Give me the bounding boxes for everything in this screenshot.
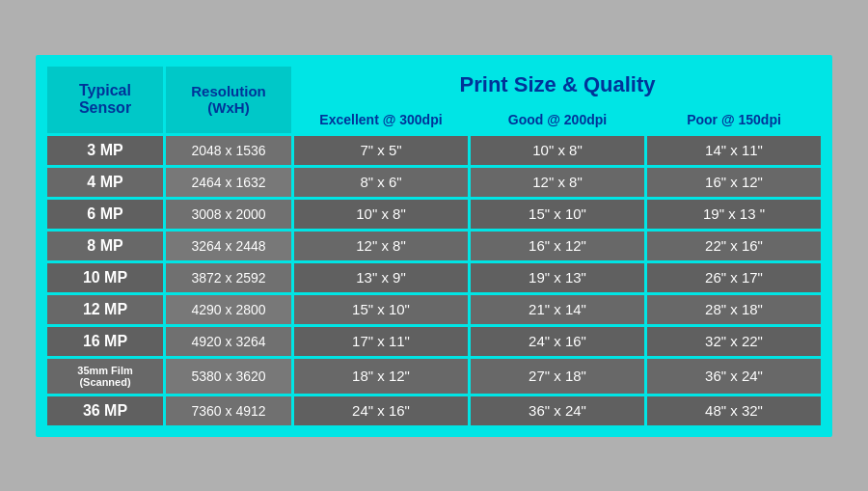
resolution-cell: 3264 x 2448	[166, 232, 291, 260]
excellent-header: Excellent @ 300dpi	[294, 106, 468, 133]
sensor-header: TypicalSensor	[47, 67, 163, 133]
poor-cell: 36" x 24"	[647, 359, 821, 394]
sensor-cell: 4 MP	[47, 168, 163, 197]
table-row: 8 MP3264 x 244812" x 8"16" x 12"22" x 16…	[47, 232, 821, 260]
print-quality-header: Print Size & Quality	[294, 67, 821, 103]
poor-cell: 14" x 11"	[647, 136, 821, 165]
excellent-cell: 7" x 5"	[294, 136, 468, 165]
good-cell: 15" x 10"	[471, 200, 644, 229]
poor-cell: 28" x 18"	[647, 295, 821, 324]
resolution-cell: 2048 x 1536	[166, 136, 291, 165]
table-row: 12 MP4290 x 280015" x 10"21" x 14"28" x …	[47, 295, 821, 324]
poor-cell: 22" x 16"	[647, 232, 821, 260]
table-row: 10 MP3872 x 259213" x 9"19" x 13"26" x 1…	[47, 263, 821, 292]
resolution-cell: 7360 x 4912	[166, 396, 291, 425]
poor-cell: 16" x 12"	[647, 168, 821, 197]
poor-cell: 19" x 13 "	[647, 200, 821, 229]
good-cell: 21" x 14"	[471, 295, 644, 324]
sensor-cell: 36 MP	[47, 396, 163, 425]
poor-header: Poor @ 150dpi	[647, 106, 821, 133]
excellent-cell: 8" x 6"	[294, 168, 468, 197]
table-wrapper: TypicalSensor Resolution(WxH) Print Size…	[36, 55, 832, 437]
excellent-cell: 18" x 12"	[294, 359, 468, 394]
table-row: 3 MP2048 x 15367" x 5"10" x 8"14" x 11"	[47, 136, 821, 165]
good-cell: 16" x 12"	[471, 232, 644, 260]
good-cell: 12" x 8"	[471, 168, 644, 197]
resolution-cell: 4290 x 2800	[166, 295, 291, 324]
table-row: 36 MP7360 x 491224" x 16"36" x 24"48" x …	[47, 396, 821, 425]
good-cell: 27" x 18"	[471, 359, 644, 394]
sensor-cell: 10 MP	[47, 263, 163, 292]
print-size-table: TypicalSensor Resolution(WxH) Print Size…	[44, 64, 824, 428]
resolution-header: Resolution(WxH)	[166, 67, 291, 133]
sensor-cell: 3 MP	[47, 136, 163, 165]
table-row: 6 MP3008 x 200010" x 8"15" x 10"19" x 13…	[47, 200, 821, 229]
table-row: 35mm Film(Scanned)5380 x 362018" x 12"27…	[47, 359, 821, 394]
sensor-cell: 16 MP	[47, 327, 163, 356]
good-cell: 10" x 8"	[471, 136, 644, 165]
resolution-cell: 2464 x 1632	[166, 168, 291, 197]
excellent-cell: 12" x 8"	[294, 232, 468, 260]
excellent-cell: 10" x 8"	[294, 200, 468, 229]
sensor-cell: 8 MP	[47, 232, 163, 260]
resolution-cell: 5380 x 3620	[166, 359, 291, 394]
poor-cell: 32" x 22"	[647, 327, 821, 356]
sensor-cell: 6 MP	[47, 200, 163, 229]
poor-cell: 48" x 32"	[647, 396, 821, 425]
excellent-cell: 15" x 10"	[294, 295, 468, 324]
excellent-cell: 17" x 11"	[294, 327, 468, 356]
table-row: 4 MP2464 x 16328" x 6"12" x 8"16" x 12"	[47, 168, 821, 197]
resolution-cell: 3008 x 2000	[166, 200, 291, 229]
table-row: 16 MP4920 x 326417" x 11"24" x 16"32" x …	[47, 327, 821, 356]
good-cell: 36" x 24"	[471, 396, 644, 425]
poor-cell: 26" x 17"	[647, 263, 821, 292]
good-header: Good @ 200dpi	[471, 106, 644, 133]
excellent-cell: 13" x 9"	[294, 263, 468, 292]
good-cell: 19" x 13"	[471, 263, 644, 292]
resolution-cell: 4920 x 3264	[166, 327, 291, 356]
excellent-cell: 24" x 16"	[294, 396, 468, 425]
sensor-cell: 12 MP	[47, 295, 163, 324]
resolution-cell: 3872 x 2592	[166, 263, 291, 292]
good-cell: 24" x 16"	[471, 327, 644, 356]
sensor-cell: 35mm Film(Scanned)	[47, 359, 163, 394]
